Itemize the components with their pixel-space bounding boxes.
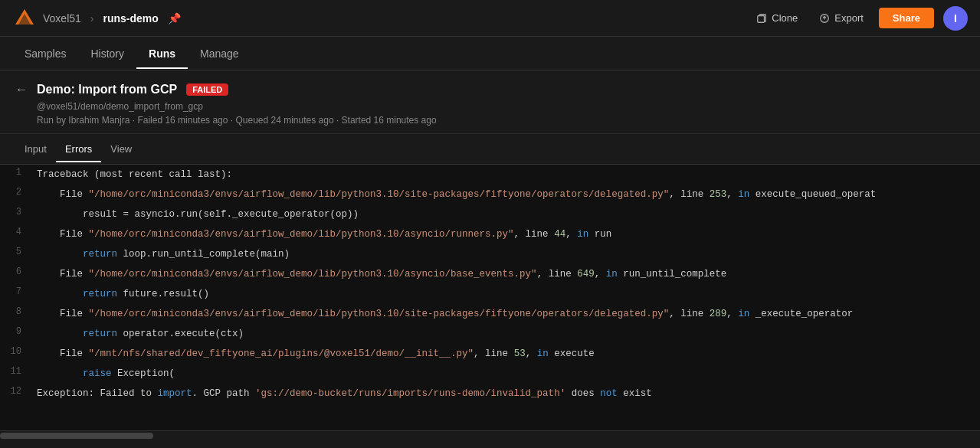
line-content: Exception: Failed to import. GCP path 'g… [31, 384, 658, 404]
line-content: File "/home/orc/miniconda3/envs/airflow_… [31, 264, 733, 284]
nav-tabs: Samples History Runs Manage [0, 37, 980, 70]
code-line: 1Traceback (most recent call last): [0, 165, 980, 185]
line-content: return future.result() [31, 284, 215, 304]
export-button[interactable]: Export [813, 9, 870, 27]
avatar-initial: I [954, 12, 957, 25]
clone-icon [756, 13, 767, 24]
sub-tab-errors[interactable]: Errors [56, 136, 101, 162]
back-button[interactable]: ← [15, 83, 28, 96]
line-number: 7 [0, 284, 31, 299]
run-subtitle: @voxel51/demo/demo_import_from_gcp [37, 101, 965, 112]
tab-manage[interactable]: Manage [188, 38, 251, 69]
code-line: 8 File "/home/orc/miniconda3/envs/airflo… [0, 304, 980, 324]
run-title: Demo: Import from GCP [37, 83, 177, 96]
export-label: Export [834, 12, 864, 24]
run-header: ← Demo: Import from GCP Failed @voxel51/… [0, 70, 980, 134]
breadcrumb-sep: › [90, 12, 94, 25]
line-content: File "/home/orc/miniconda3/envs/airflow_… [31, 304, 859, 324]
line-number: 5 [0, 244, 31, 260]
breadcrumb-org[interactable]: Voxel51 [43, 12, 81, 25]
code-line: 10 File "/mnt/nfs/shared/dev_fiftyone_ai… [0, 344, 980, 364]
code-line: 2 File "/home/orc/miniconda3/envs/airflo… [0, 185, 980, 204]
line-content: return operator.execute(ctx) [31, 324, 250, 344]
line-number: 6 [0, 264, 31, 280]
line-number: 9 [0, 324, 31, 339]
line-number: 11 [0, 364, 31, 379]
topbar-right: Clone Export Share I [750, 6, 968, 31]
line-content: Traceback (most recent call last): [31, 165, 238, 185]
line-number: 10 [0, 344, 31, 359]
code-line: 3 result = asyncio.run(self._execute_ope… [0, 204, 980, 224]
clone-button[interactable]: Clone [750, 9, 804, 27]
line-content: result = asyncio.run(self._execute_opera… [31, 204, 365, 224]
status-badge: Failed [186, 83, 228, 96]
svg-rect-2 [758, 15, 765, 22]
scrollbar-thumb[interactable] [0, 433, 153, 439]
code-line: 5 return loop.run_until_complete(main) [0, 244, 980, 264]
code-line: 9 return operator.execute(ctx) [0, 324, 980, 344]
logo[interactable] [12, 6, 37, 31]
sub-tabs: Input Errors View [0, 134, 980, 165]
breadcrumb-project[interactable]: runs-demo [103, 12, 159, 25]
code-line: 11 raise Exception( [0, 364, 980, 384]
sub-tab-input[interactable]: Input [15, 136, 56, 162]
line-number: 8 [0, 304, 31, 319]
share-button[interactable]: Share [879, 8, 934, 28]
line-number: 4 [0, 224, 31, 240]
code-line: 7 return future.result() [0, 284, 980, 304]
line-number: 2 [0, 185, 31, 200]
code-line: 4 File "/home/orc/miniconda3/envs/airflo… [0, 224, 980, 244]
code-line: 6 File "/home/orc/miniconda3/envs/airflo… [0, 264, 980, 284]
sub-tab-view[interactable]: View [101, 136, 141, 162]
code-area[interactable]: 1Traceback (most recent call last):2 Fil… [0, 165, 980, 430]
tab-history[interactable]: History [78, 38, 136, 69]
pin-icon: 📌 [168, 12, 181, 25]
line-content: File "/home/orc/miniconda3/envs/airflow_… [31, 224, 618, 244]
topbar: Voxel51 › runs-demo 📌 Clone Export Share… [0, 0, 980, 37]
line-number: 12 [0, 384, 31, 399]
tab-samples[interactable]: Samples [12, 38, 78, 69]
code-line: 12Exception: Failed to import. GCP path … [0, 384, 980, 404]
topbar-left: Voxel51 › runs-demo 📌 [12, 6, 181, 31]
export-icon [819, 13, 830, 24]
tab-runs[interactable]: Runs [136, 38, 188, 69]
line-number: 3 [0, 204, 31, 220]
avatar[interactable]: I [943, 6, 968, 31]
scrollbar-track[interactable] [0, 430, 980, 440]
line-content: raise Exception( [31, 364, 181, 384]
clone-label: Clone [772, 12, 798, 24]
run-meta-text: Run by Ibrahim Manjra · Failed 16 minute… [37, 115, 437, 126]
run-meta: Run by Ibrahim Manjra · Failed 16 minute… [37, 115, 965, 126]
share-label: Share [893, 12, 920, 24]
line-content: File "/home/orc/miniconda3/envs/airflow_… [31, 185, 882, 204]
run-title-row: ← Demo: Import from GCP Failed [15, 83, 965, 96]
line-number: 1 [0, 165, 31, 180]
line-content: return loop.run_until_complete(main) [31, 244, 296, 264]
line-content: File "/mnt/nfs/shared/dev_fiftyone_ai/pl… [31, 344, 601, 364]
